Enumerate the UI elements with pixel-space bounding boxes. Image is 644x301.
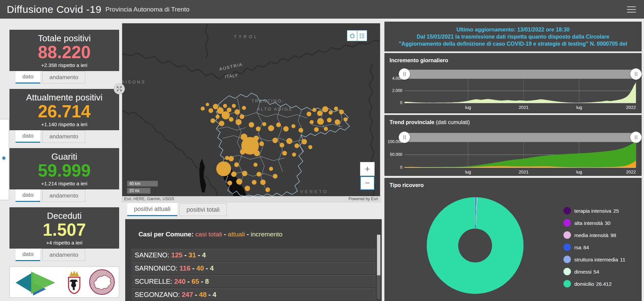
tab-positivi-attuali[interactable]: positivi attuali xyxy=(127,203,177,216)
map-expand-button[interactable] xyxy=(114,83,125,94)
tab-positivi-totali[interactable]: positivi totali xyxy=(179,203,227,216)
hamburger-menu-icon[interactable] xyxy=(626,5,637,14)
comune-bubble[interactable] xyxy=(260,180,266,185)
comune-bubble[interactable] xyxy=(298,128,303,133)
comune-bubble[interactable] xyxy=(259,141,264,146)
comune-bubble[interactable] xyxy=(256,126,261,131)
comune-bubble[interactable] xyxy=(317,111,323,116)
map-legend-button[interactable] xyxy=(357,30,367,41)
comune-bubble[interactable] xyxy=(312,108,316,112)
comune-bubble[interactable] xyxy=(327,118,332,122)
comune-bubble[interactable] xyxy=(254,150,260,156)
comune-bubble[interactable] xyxy=(329,111,333,115)
comune-bubble[interactable] xyxy=(245,186,250,191)
comune-bubble[interactable] xyxy=(314,127,319,132)
comune-bubble[interactable] xyxy=(227,181,232,185)
time-slider-track[interactable] xyxy=(404,133,636,142)
comune-bubble[interactable] xyxy=(232,104,236,108)
x-axis-tick: lug xyxy=(465,169,471,175)
comune-bubble[interactable] xyxy=(262,122,266,126)
comune-bubble[interactable] xyxy=(307,112,311,116)
comune-bubble[interactable] xyxy=(234,162,239,167)
tab-andamento[interactable]: andamento xyxy=(42,130,85,143)
comune-bubble[interactable] xyxy=(235,109,240,115)
time-slider-track[interactable] xyxy=(404,70,636,78)
comune-bubble[interactable] xyxy=(241,134,247,140)
comune-bubble[interactable] xyxy=(317,118,324,125)
panel-expand-star-icon[interactable]: ✱ xyxy=(2,155,6,161)
tab-dato[interactable]: dato xyxy=(16,189,40,202)
tab-dato[interactable]: dato xyxy=(16,71,40,84)
comune-bubble[interactable] xyxy=(213,104,218,109)
comune-bubble[interactable] xyxy=(252,180,257,185)
comune-bubble[interactable] xyxy=(228,156,234,161)
legend-swatch xyxy=(563,256,571,263)
comune-bubble[interactable] xyxy=(269,167,273,171)
comune-bubble[interactable] xyxy=(225,156,229,160)
comune-bubble[interactable] xyxy=(294,143,299,148)
collapsed-panel-strip: ✱ xyxy=(0,119,9,200)
comune-bubble[interactable] xyxy=(282,151,287,156)
comune-bubble[interactable] xyxy=(343,117,348,121)
comune-bubble[interactable] xyxy=(292,153,296,157)
comune-bubble[interactable] xyxy=(223,104,227,108)
comune-bubble[interactable] xyxy=(253,136,259,141)
tab-dato[interactable]: dato xyxy=(16,130,40,143)
tab-andamento[interactable]: andamento xyxy=(42,71,85,84)
comune-bubble[interactable] xyxy=(308,145,312,149)
comune-bubble[interactable] xyxy=(276,122,281,127)
comune-bubble[interactable] xyxy=(291,124,295,128)
comune-bubble[interactable] xyxy=(249,122,254,128)
comune-bubble[interactable] xyxy=(283,126,289,132)
comune-row[interactable]: SARNONICO: 116 - 40 - 4 xyxy=(131,262,376,274)
comune-bubble[interactable] xyxy=(272,138,278,143)
list-scrollbar[interactable] xyxy=(377,235,380,299)
comune-bubble[interactable] xyxy=(257,172,261,177)
comune-bubble[interactable] xyxy=(201,107,205,111)
comune-bubble[interactable] xyxy=(231,171,237,177)
comune-bubble[interactable] xyxy=(216,161,231,176)
tab-dato[interactable]: dato xyxy=(16,249,40,261)
donut-legend: terapia intensiva25alta intensità30media… xyxy=(563,205,625,290)
comune-bubble[interactable] xyxy=(210,118,215,123)
comune-bubble[interactable] xyxy=(219,121,224,126)
slider-handle-right[interactable] xyxy=(630,68,642,80)
comune-bubble[interactable] xyxy=(286,138,292,144)
map-home-button[interactable] xyxy=(347,30,357,41)
comune-row[interactable]: SANZENO: 125 - 31 - 4 xyxy=(131,249,376,261)
comune-bubble[interactable] xyxy=(236,119,242,125)
tab-andamento[interactable]: andamento xyxy=(42,189,85,202)
tab-andamento[interactable]: andamento xyxy=(42,249,85,261)
comune-bubble[interactable] xyxy=(206,103,209,106)
comune-bubble[interactable] xyxy=(208,108,213,113)
comune-bubble[interactable] xyxy=(240,149,245,155)
comune-bubble[interactable] xyxy=(242,106,246,110)
comune-bubble[interactable] xyxy=(335,119,340,125)
comune-bubble[interactable] xyxy=(324,127,328,131)
map-canvas[interactable]: TYROL AUSTRIA ITALY RISONS TRENTINO- ALT… xyxy=(122,23,380,196)
comune-bubble[interactable] xyxy=(334,107,338,111)
comune-row[interactable]: SCURELLE: 240 - 65 - 8 xyxy=(131,275,376,287)
comune-bubble[interactable] xyxy=(339,110,344,114)
comune-bubble[interactable] xyxy=(268,125,274,131)
comune-bubble[interactable] xyxy=(273,174,277,179)
zoom-in-button[interactable]: + xyxy=(360,162,375,176)
comune-bubble[interactable] xyxy=(310,120,314,124)
comune-bubble[interactable] xyxy=(236,179,242,185)
comune-bubble[interactable] xyxy=(240,114,244,119)
comune-bubble[interactable] xyxy=(227,108,231,112)
comune-bubble[interactable] xyxy=(253,163,258,167)
comune-bubble[interactable] xyxy=(302,139,307,144)
comune-row[interactable]: SEGONZANO: 247 - 48 - 4 xyxy=(131,288,376,300)
comune-bubble[interactable] xyxy=(280,143,284,147)
comune-bubble[interactable] xyxy=(242,171,247,176)
comune-bubble[interactable] xyxy=(229,117,234,122)
comune-bubble[interactable] xyxy=(216,115,220,119)
comune-bubble[interactable] xyxy=(222,111,230,119)
slider-handle-right[interactable] xyxy=(630,132,642,143)
zoom-out-button[interactable]: − xyxy=(360,176,375,190)
legend-label: rsa xyxy=(574,245,581,250)
comune-bubble[interactable] xyxy=(322,106,328,112)
comune-bubble[interactable] xyxy=(265,187,270,192)
scrollbar-thumb[interactable] xyxy=(377,235,380,275)
